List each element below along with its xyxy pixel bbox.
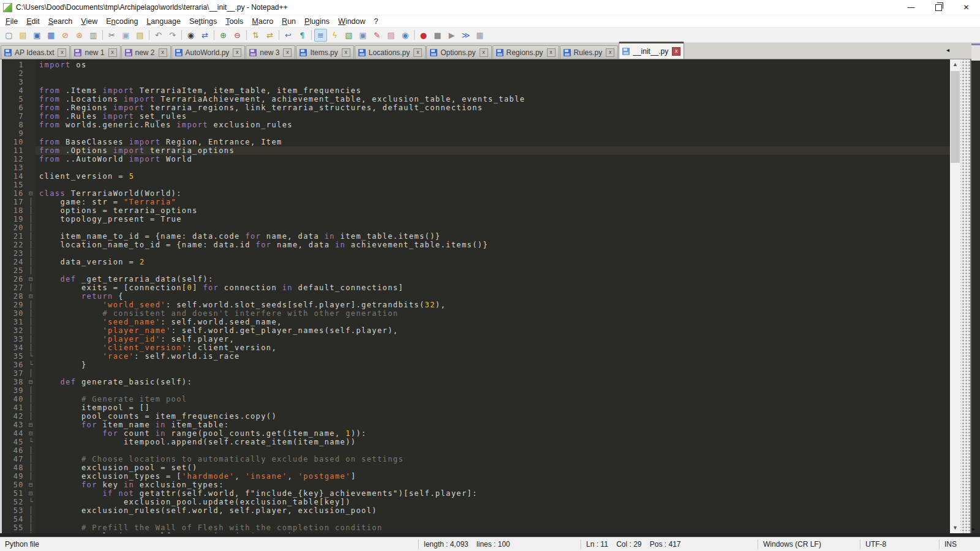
code-editor[interactable]: 1import os234from .Items import Terraria… — [0, 59, 950, 533]
tab-new-1[interactable]: new 1x — [70, 45, 120, 59]
fold-marker-icon[interactable]: ⊟ — [27, 429, 36, 438]
code-line[interactable]: 50⊟ for key in exclusion_types: — [2, 481, 950, 489]
close-file-icon[interactable]: ⊘ — [59, 29, 72, 42]
document-list-icon[interactable]: ▣ — [356, 29, 369, 42]
code-line[interactable]: 3 — [2, 78, 950, 86]
fold-marker-icon[interactable]: ⊟ — [27, 292, 36, 301]
code-line[interactable]: 36└ } — [2, 361, 950, 369]
record-macro-icon[interactable]: ● — [417, 29, 430, 42]
tab-close-icon[interactable]: x — [233, 48, 241, 57]
document-map-icon[interactable]: ▧ — [342, 29, 355, 42]
paste-icon[interactable]: ▤ — [134, 29, 146, 42]
zoom-out-icon[interactable]: ⊖ — [231, 29, 244, 42]
tab-close-icon[interactable]: x — [108, 48, 117, 57]
open-folder-icon[interactable]: ▤ — [17, 29, 29, 42]
code-line[interactable]: 33│ 'player_id': self.player, — [2, 335, 950, 343]
fold-marker-icon[interactable]: ⊟ — [27, 189, 36, 198]
tab-ap-ideas-txt[interactable]: AP Ideas.txtx — [1, 45, 70, 59]
tab-close-icon[interactable]: x — [58, 48, 66, 57]
code-line[interactable]: 38⊟ def generate_basic(self): — [2, 378, 950, 386]
tab-regions-py[interactable]: Regions.pyx — [492, 45, 559, 59]
code-line[interactable]: 6from .Regions import terraria_regions, … — [2, 103, 950, 112]
function-list-icon[interactable]: ϟ — [328, 29, 341, 42]
tab-close-icon[interactable]: x — [342, 48, 350, 57]
code-line[interactable]: 23│ — [2, 249, 950, 258]
code-line[interactable]: 18│ options = terraria_options — [2, 206, 950, 215]
code-line[interactable]: 56│ completion = self.create_item("Victo… — [2, 532, 950, 533]
tab-close-icon[interactable]: x — [547, 48, 556, 57]
fold-marker-icon[interactable]: ⊟ — [27, 421, 36, 429]
tab-locations-py[interactable]: Locations.pyx — [355, 45, 426, 59]
menu-item-edit[interactable]: Edit — [22, 17, 44, 26]
sync-vertical-icon[interactable]: ⇅ — [249, 29, 262, 42]
menu-item-file[interactable]: File — [1, 17, 22, 26]
code-line[interactable]: 7from .Rules import set_rules — [2, 112, 950, 121]
file-monitoring-icon[interactable]: ◉ — [399, 29, 412, 42]
menu-item-macro[interactable]: Macro — [247, 17, 277, 26]
save-icon[interactable]: ▣ — [31, 29, 43, 42]
code-line[interactable]: 4from .Items import TerrariaItem, item_t… — [2, 86, 950, 95]
scroll-up-icon[interactable]: ▲ — [950, 59, 960, 70]
menu-item-language[interactable]: Language — [142, 17, 185, 26]
code-line[interactable]: 15 — [2, 181, 950, 189]
code-line[interactable]: 24│ data_version = 2 — [2, 258, 950, 266]
restore-button[interactable] — [925, 0, 952, 15]
code-line[interactable]: 31│ 'seed_name': self.world.seed_name, — [2, 318, 950, 326]
code-line[interactable]: 12from ..AutoWorld import World — [2, 155, 950, 163]
undo-icon[interactable]: ↶ — [152, 29, 165, 42]
code-line[interactable]: 43⊟ for item_name in item_table: — [2, 421, 950, 429]
print-icon[interactable]: ▥ — [87, 29, 100, 42]
code-line[interactable]: 17│ game: str = "Terraria" — [2, 198, 950, 206]
code-line[interactable]: 39│ — [2, 386, 950, 395]
code-line[interactable]: 37│ — [2, 369, 950, 378]
code-line[interactable]: 14client_version = 5 — [2, 172, 950, 181]
code-line[interactable]: 53│ exclusion_rules(self.world, self.pla… — [2, 506, 950, 515]
code-line[interactable]: 45└ itempool.append(self.create_item(ite… — [2, 438, 950, 446]
tab-autoworld-py[interactable]: AutoWorld.pyx — [172, 45, 246, 59]
cut-icon[interactable]: ✂ — [105, 29, 118, 42]
code-line[interactable]: 27│ exits = [connection[0] for connectio… — [2, 283, 950, 292]
scroll-down-icon[interactable]: ▼ — [950, 523, 960, 533]
code-line[interactable]: 29│ 'world_seed': self.world.slot_seeds[… — [2, 301, 950, 309]
tab-close-icon[interactable]: x — [480, 48, 488, 57]
tab-close-icon[interactable]: x — [413, 48, 422, 57]
fold-marker-icon[interactable]: ⊟ — [27, 489, 36, 498]
menu-item-tools[interactable]: Tools — [221, 17, 247, 26]
minimize-button[interactable]: — — [897, 0, 925, 15]
fold-marker-icon[interactable]: ⊟ — [27, 481, 36, 489]
code-line[interactable]: 44⊟ for count in range(pool_counts.get(i… — [2, 429, 950, 438]
tab-new-2[interactable]: new 2x — [121, 45, 171, 59]
code-line[interactable]: 32│ 'player_name': self.world.get_player… — [2, 326, 950, 335]
replace-icon[interactable]: ⇄ — [198, 29, 211, 42]
menu-item-view[interactable]: View — [77, 17, 102, 26]
word-wrap-icon[interactable]: ↩ — [282, 29, 295, 42]
run-macro-multiple-icon[interactable]: ≫ — [459, 29, 472, 42]
menu-item-encoding[interactable]: Encoding — [102, 17, 142, 26]
code-line[interactable]: 30│ # consistent and doesn't interfere w… — [2, 309, 950, 318]
menu-item-search[interactable]: Search — [44, 17, 77, 26]
code-line[interactable]: 9 — [2, 129, 950, 138]
view-splitter[interactable] — [960, 59, 970, 533]
close-button[interactable]: ✕ — [952, 0, 980, 15]
code-line[interactable]: 10from BaseClasses import Region, Entran… — [2, 138, 950, 146]
code-line[interactable]: 54│ — [2, 515, 950, 523]
tab-close-icon[interactable]: x — [159, 48, 167, 57]
code-line[interactable]: 8from worlds.generic.Rules import exclus… — [2, 121, 950, 129]
fold-marker-icon[interactable]: ⊟ — [27, 378, 36, 386]
menu-item-window[interactable]: Window — [334, 17, 369, 26]
find-icon[interactable]: ◉ — [184, 29, 197, 42]
menu-item-run[interactable]: Run — [277, 17, 300, 26]
redo-icon[interactable]: ↷ — [166, 29, 179, 42]
tab-close-icon[interactable]: x — [672, 47, 680, 56]
code-line[interactable]: 11from .Options import terraria_options — [2, 146, 950, 155]
code-line[interactable]: 22│ location_name_to_id = {name: data.id… — [2, 241, 950, 249]
code-line[interactable]: 25│ — [2, 266, 950, 275]
tab-rules-py[interactable]: Rules.pyx — [560, 45, 619, 59]
code-line[interactable]: 1import os — [2, 61, 950, 69]
code-line[interactable]: 46│ — [2, 446, 950, 455]
save-all-icon[interactable]: ▦ — [45, 29, 58, 42]
tab-init-py[interactable]: __init__.pyx — [619, 42, 684, 59]
stop-macro-icon[interactable]: ■ — [431, 29, 444, 42]
show-all-chars-icon[interactable]: ¶ — [296, 29, 309, 42]
code-line[interactable]: 49│ exclusion_types = ['hardmode', 'insa… — [2, 472, 950, 481]
